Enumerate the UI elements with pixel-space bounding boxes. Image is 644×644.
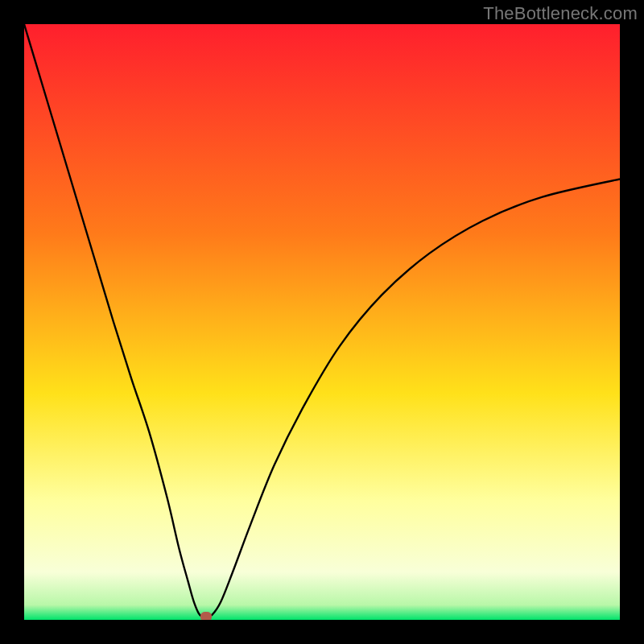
bottleneck-curve: [24, 24, 620, 617]
curve-layer: [24, 24, 620, 620]
plot-area: [24, 24, 620, 620]
plot-inner: [24, 24, 620, 620]
watermark-text: TheBottleneck.com: [483, 3, 638, 24]
chart-stage: TheBottleneck.com: [0, 0, 644, 644]
optimum-marker: [200, 612, 212, 620]
